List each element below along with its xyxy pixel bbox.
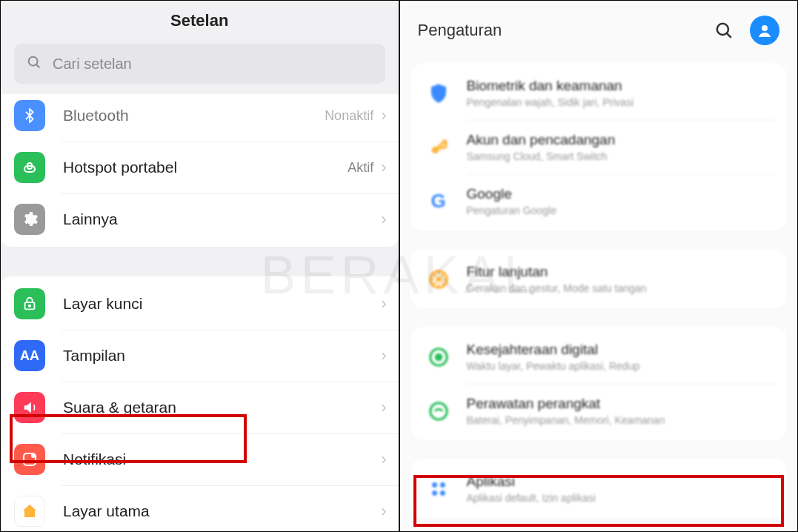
- row-sub: Gerakan dan gestur, Mode satu tangan: [467, 282, 647, 294]
- wellbeing-icon: [424, 342, 453, 372]
- row-label: Tampilan: [63, 347, 381, 365]
- chevron-right-icon: ›: [381, 210, 386, 229]
- row-homescreen[interactable]: Layar utama ›: [1, 485, 399, 532]
- row-label: Google: [467, 186, 556, 202]
- svg-point-20: [439, 482, 445, 488]
- display-icon: AA: [14, 340, 45, 371]
- row-display[interactable]: AA Tampilan ›: [1, 330, 399, 382]
- row-label: Aplikasi: [467, 473, 596, 490]
- row-wellbeing[interactable]: Kesejahteraan digital Waktu layar, Pewak…: [410, 330, 788, 384]
- row-sub: Pengaturan Google: [467, 205, 556, 216]
- row-google[interactable]: G Google Pengaturan Google: [410, 174, 788, 228]
- svg-point-17: [436, 354, 442, 360]
- settings-group-display: Layar kunci › AA Tampilan › Suara & geta…: [1, 276, 399, 532]
- row-sub: Waktu layar, Pewaktu aplikasi, Redup: [467, 360, 640, 372]
- row-biometrics[interactable]: Biometrik dan keamanan Pengenalan wajah,…: [410, 66, 788, 120]
- card-apps: Aplikasi Aplikasi default, Izin aplikasi: [410, 459, 788, 519]
- bluetooth-icon: [14, 100, 45, 131]
- lock-icon: [14, 288, 45, 319]
- row-more[interactable]: Lainnya ›: [1, 193, 399, 245]
- settings-group-connectivity: Bluetooth Nonaktif › Hotspot portabel Ak…: [1, 94, 399, 247]
- row-sub: Samsung Cloud, Smart Switch: [467, 150, 616, 162]
- row-label: Akun dan pencadangan: [467, 132, 616, 148]
- chevron-right-icon: ›: [381, 398, 386, 417]
- google-icon: G: [424, 187, 453, 216]
- chevron-right-icon: ›: [381, 158, 386, 177]
- row-status: Aktif: [348, 160, 373, 176]
- row-apps[interactable]: Aplikasi Aplikasi default, Izin aplikasi: [410, 462, 788, 516]
- hotspot-icon: [14, 152, 45, 183]
- row-hotspot[interactable]: Hotspot portabel Aktif ›: [1, 142, 399, 193]
- row-label: Biometrik dan keamanan: [467, 78, 634, 94]
- svg-point-15: [436, 276, 442, 282]
- row-label: Lainnya: [63, 210, 381, 228]
- svg-point-0: [29, 57, 38, 66]
- chevron-right-icon: ›: [381, 502, 386, 521]
- chevron-right-icon: ›: [381, 450, 386, 469]
- sound-icon: [14, 392, 45, 423]
- row-label: Hotspot portabel: [63, 159, 348, 176]
- row-label: Kesejahteraan digital: [467, 342, 640, 358]
- search-placeholder: Cari setelan: [53, 56, 132, 73]
- devicecare-icon: [424, 396, 453, 426]
- card-wellbeing: Kesejahteraan digital Waktu layar, Pewak…: [410, 327, 788, 441]
- svg-point-12: [762, 25, 768, 31]
- page-title: Pengaturan: [418, 21, 699, 40]
- row-status: Nonaktif: [325, 108, 373, 124]
- row-sub: Pengenalan wajah, Sidik jari, Privasi: [467, 96, 634, 108]
- search-icon: [26, 54, 42, 73]
- shield-icon: [424, 79, 453, 108]
- row-label: Fitur lanjutan: [467, 264, 647, 280]
- row-backup[interactable]: Akun dan pencadangan Samsung Cloud, Smar…: [410, 120, 788, 174]
- right-content-blurred: Biometrik dan keamanan Pengenalan wajah,…: [400, 63, 798, 519]
- profile-avatar[interactable]: [750, 16, 779, 45]
- svg-point-5: [29, 305, 30, 307]
- key-icon: [424, 133, 453, 162]
- row-label: Perawatan perangkat: [467, 396, 665, 412]
- search-input[interactable]: Cari setelan: [14, 44, 385, 84]
- row-sound[interactable]: Suara & getaran ›: [1, 382, 399, 433]
- svg-line-1: [36, 64, 39, 67]
- row-bluetooth[interactable]: Bluetooth Nonaktif ›: [1, 96, 399, 142]
- card-accounts: Biometrik dan keamanan Pengenalan wajah,…: [410, 63, 788, 231]
- row-sub: Aplikasi default, Izin aplikasi: [467, 492, 596, 504]
- left-pane: Setelan Cari setelan Bluetooth Nonaktif …: [0, 0, 399, 532]
- row-lockscreen[interactable]: Layar kunci ›: [1, 278, 399, 330]
- svg-point-18: [430, 402, 447, 419]
- row-notifications[interactable]: Notifikasi ›: [1, 433, 399, 485]
- chevron-right-icon: ›: [381, 106, 386, 125]
- notification-icon: [14, 444, 45, 475]
- svg-point-10: [717, 24, 728, 35]
- gear-icon: [14, 204, 45, 235]
- svg-point-21: [432, 490, 437, 495]
- home-icon: [14, 496, 45, 527]
- row-label: Layar kunci: [63, 295, 381, 313]
- apps-icon: [424, 474, 453, 504]
- svg-point-22: [439, 490, 445, 495]
- row-label: Bluetooth: [63, 107, 325, 124]
- svg-line-11: [727, 33, 731, 38]
- card-advanced: Fitur lanjutan Gerakan dan gestur, Mode …: [410, 249, 788, 309]
- row-label: Suara & getaran: [63, 399, 381, 416]
- row-label: Notifikasi: [63, 450, 381, 468]
- search-button[interactable]: [714, 21, 734, 40]
- chevron-right-icon: ›: [381, 294, 386, 313]
- row-advanced[interactable]: Fitur lanjutan Gerakan dan gestur, Mode …: [410, 252, 788, 306]
- svg-point-7: [31, 453, 36, 458]
- row-sub: Baterai, Penyimpanan, Memori, Keamanan: [467, 414, 665, 426]
- row-devicecare[interactable]: Perawatan perangkat Baterai, Penyimpanan…: [410, 384, 788, 438]
- right-header: Pengaturan: [400, 1, 798, 63]
- chevron-right-icon: ›: [381, 346, 386, 365]
- row-label: Layar utama: [63, 502, 381, 520]
- page-title: Setelan: [1, 1, 399, 39]
- star-icon: [424, 265, 453, 294]
- right-pane: Pengaturan Biometrik dan keamanan Pengen…: [399, 0, 799, 532]
- svg-point-19: [432, 482, 437, 488]
